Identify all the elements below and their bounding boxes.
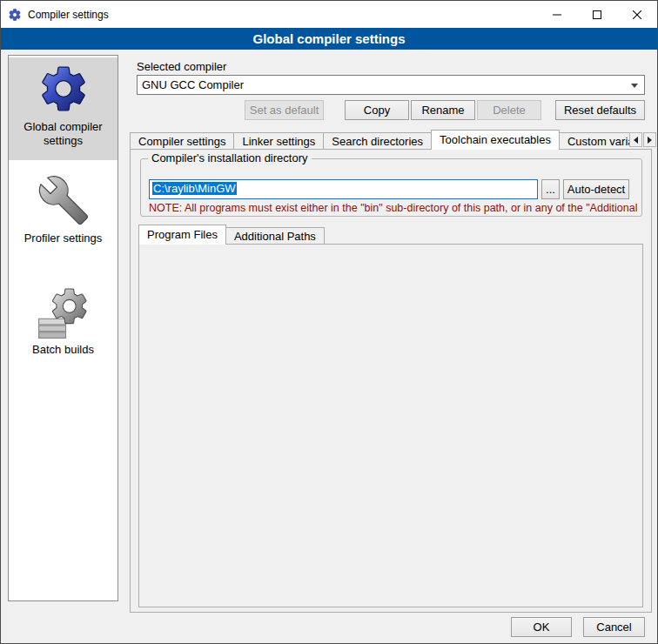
selected-compiler-value: GNU GCC Compiler (142, 78, 244, 91)
settings-category-list: Global compiler settings Profiler settin… (8, 55, 118, 601)
reset-defaults-button[interactable]: Reset defaults (555, 100, 645, 120)
tab-scroll-left-button[interactable] (629, 132, 642, 147)
sidebar-item-label: Profiler settings (24, 231, 103, 245)
minimize-icon (553, 10, 561, 19)
close-button[interactable] (617, 1, 657, 28)
rename-button[interactable]: Rename (411, 100, 475, 120)
tab-compiler-settings[interactable]: Compiler settings (130, 132, 234, 150)
titlebar: Compiler settings (1, 1, 657, 28)
bin-subdirectory-note: NOTE: All programs must exist either in … (149, 202, 638, 214)
sidebar-item-global-compiler-settings[interactable]: Global compiler settings (9, 57, 118, 160)
installation-directory-group-label: Compiler's installation directory (148, 151, 312, 164)
cancel-button[interactable]: Cancel (583, 617, 645, 637)
auto-detect-button[interactable]: Auto-detect (563, 179, 629, 199)
program-files-panel (138, 244, 643, 607)
window-title: Compiler settings (28, 9, 109, 21)
window-controls (537, 1, 657, 28)
installation-directory-browse-button[interactable]: ... (541, 179, 560, 199)
close-icon (633, 10, 641, 19)
tab-search-directories[interactable]: Search directories (323, 132, 432, 150)
gear-blue-icon (37, 62, 91, 116)
settings-tabstrip: Compiler settings Linker settings Search… (130, 130, 629, 150)
compiler-settings-window: Compiler settings Global compiler settin… (0, 0, 658, 644)
sidebar-item-label: Global compiler settings (9, 120, 118, 149)
dialog-banner: Global compiler settings (1, 28, 657, 50)
copy-button[interactable]: Copy (345, 100, 409, 120)
tab-toolchain-executables[interactable]: Toolchain executables (431, 130, 560, 150)
tab-scroll-right-icon (648, 137, 652, 144)
ok-button[interactable]: OK (511, 617, 572, 637)
selected-compiler-label: Selected compiler (137, 57, 226, 77)
app-gear-icon (8, 8, 22, 22)
tab-linker-settings[interactable]: Linker settings (233, 132, 324, 150)
tab-custom-variables[interactable]: Custom variables (559, 132, 629, 150)
wrench-gray-icon (37, 173, 90, 227)
maximize-icon (593, 10, 601, 19)
selected-compiler-dropdown[interactable]: GNU GCC Compiler (137, 75, 645, 95)
tab-scroll-right-button[interactable] (643, 132, 656, 147)
tab-additional-paths[interactable]: Additional Paths (225, 227, 325, 245)
set-as-default-button[interactable]: Set as default (245, 100, 324, 120)
chevron-down-icon (631, 84, 638, 88)
installation-directory-value: C:\raylib\MinGW (152, 182, 237, 195)
maximize-button[interactable] (577, 1, 617, 28)
tab-scroll-left-icon (634, 137, 638, 144)
program-files-tabstrip: Program Files Additional Paths (138, 225, 400, 245)
delete-button[interactable]: Delete (477, 100, 541, 120)
minimize-button[interactable] (537, 1, 577, 28)
installation-directory-input[interactable]: C:\raylib\MinGW (149, 179, 538, 199)
tab-program-files[interactable]: Program Files (138, 225, 226, 245)
